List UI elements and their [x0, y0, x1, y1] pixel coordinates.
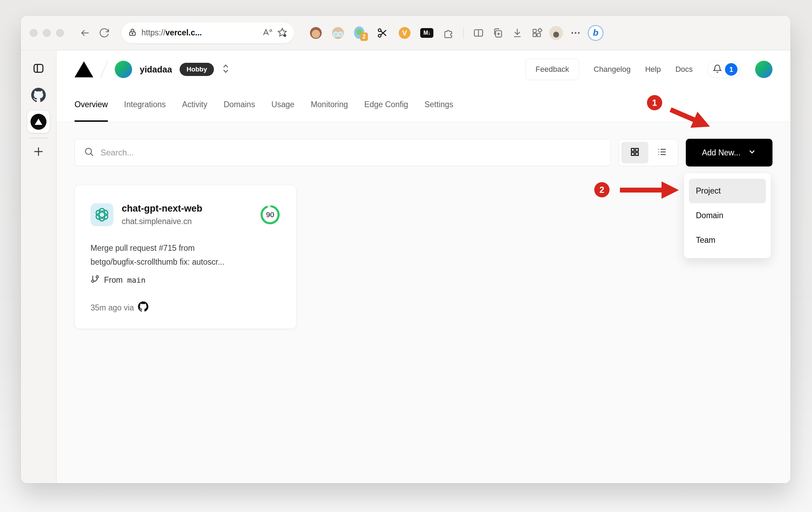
- vercel-content: Add New...: [57, 122, 791, 483]
- search-icon: [84, 147, 94, 159]
- collections-add-icon[interactable]: [491, 26, 505, 40]
- add-new-label: Add New...: [702, 148, 740, 157]
- branch-name: main: [127, 276, 146, 284]
- dropdown-item-domain[interactable]: Domain: [689, 203, 766, 228]
- project-card-header: chat-gpt-next-web chat.simplenaive.cn 90: [90, 203, 280, 226]
- list-view-button[interactable]: [648, 142, 675, 163]
- edge-sidebar: [21, 50, 57, 483]
- help-link[interactable]: Help: [645, 65, 661, 74]
- team-selector-chevrons-icon[interactable]: [222, 63, 230, 75]
- markdown-extension-icon[interactable]: M↓: [420, 26, 433, 40]
- reload-icon[interactable]: [97, 26, 112, 40]
- tab-monitoring[interactable]: Monitoring: [311, 88, 348, 122]
- deploy-time: 35m ago via: [90, 303, 134, 313]
- more-menu-icon[interactable]: [568, 26, 583, 40]
- project-domain[interactable]: chat.simplenaive.cn: [122, 217, 202, 226]
- docs-link[interactable]: Docs: [675, 65, 693, 74]
- sidebar-toggle-icon[interactable]: [32, 62, 45, 75]
- changelog-link[interactable]: Changelog: [594, 65, 630, 74]
- address-bar[interactable]: https://vercel.c...: [121, 23, 294, 43]
- grid-view-icon: [630, 147, 640, 159]
- extension-row: 2 V M↓: [309, 26, 456, 40]
- translate-extension-icon[interactable]: [331, 26, 345, 40]
- tab-settings[interactable]: Settings: [424, 88, 453, 122]
- chevron-down-icon: [748, 147, 757, 158]
- vercel-header: yidadaa Hobby Feedback Changelog Help Do…: [57, 50, 791, 88]
- git-branch-icon: [90, 274, 100, 285]
- view-toggle: [619, 139, 678, 166]
- profile-avatar[interactable]: [549, 26, 563, 40]
- reader-mode-icon[interactable]: [262, 27, 273, 39]
- breadcrumb-slash: [100, 61, 108, 78]
- tab-domains[interactable]: Domains: [224, 88, 255, 122]
- proxy-extension-icon[interactable]: 2: [354, 26, 367, 40]
- score-value: 90: [260, 204, 280, 225]
- feedback-button[interactable]: Feedback: [526, 59, 579, 80]
- branch-from-label: From: [104, 275, 123, 285]
- github-icon: [138, 301, 148, 314]
- scissors-extension-icon[interactable]: [376, 26, 389, 40]
- downloads-icon[interactable]: [510, 26, 525, 40]
- new-tab-plus-icon[interactable]: [32, 145, 45, 158]
- tab-edge-config[interactable]: Edge Config: [364, 88, 408, 122]
- bing-chat-icon[interactable]: b: [588, 25, 604, 41]
- toolbar-divider: [463, 27, 464, 39]
- add-new-button[interactable]: Add New...: [686, 139, 772, 167]
- project-card[interactable]: chat-gpt-next-web chat.simplenaive.cn 90: [75, 185, 296, 329]
- monkey-extension-icon[interactable]: [309, 26, 322, 40]
- grid-view-button[interactable]: [621, 142, 648, 163]
- github-tab-icon[interactable]: [31, 88, 46, 102]
- notification-count: 1: [725, 63, 737, 76]
- commit-message: Merge pull request #715 from betgo/bugfi…: [90, 241, 280, 269]
- screenshot-root: https://vercel.c... 2: [0, 0, 812, 512]
- search-input[interactable]: [101, 148, 602, 157]
- tab-activity[interactable]: Activity: [182, 88, 207, 122]
- vercel-page: yidadaa Hobby Feedback Changelog Help Do…: [57, 50, 791, 483]
- team-switcher[interactable]: yidadaa Hobby: [75, 60, 230, 79]
- branch-row: From main: [90, 274, 280, 285]
- close-button[interactable]: [30, 29, 37, 37]
- deploy-meta-row: 35m ago via: [90, 301, 280, 314]
- lock-icon: [128, 28, 137, 38]
- header-right: Feedback Changelog Help Docs 1: [526, 59, 772, 80]
- search-box[interactable]: [75, 139, 611, 166]
- vercel-logo: [75, 61, 93, 77]
- annotation-step-2: 2: [594, 182, 610, 197]
- tab-overview[interactable]: Overview: [75, 88, 108, 122]
- add-new-dropdown: Project Domain Team: [684, 173, 771, 258]
- project-titles: chat-gpt-next-web chat.simplenaive.cn: [122, 203, 202, 226]
- tab-usage[interactable]: Usage: [271, 88, 294, 122]
- sidebar-divider: [29, 138, 48, 138]
- list-view-icon: [657, 147, 667, 159]
- tab-integrations[interactable]: Integrations: [124, 88, 166, 122]
- apps-icon[interactable]: [529, 26, 544, 40]
- team-avatar: [115, 61, 132, 78]
- dropdown-item-project[interactable]: Project: [689, 179, 766, 203]
- vercel-tab-active[interactable]: [27, 111, 50, 133]
- zoom-button[interactable]: [56, 29, 64, 37]
- extensions-puzzle-icon[interactable]: [442, 26, 456, 40]
- bell-icon: [712, 64, 722, 75]
- vercel-tab-icon: [31, 114, 46, 130]
- openai-logo-icon: [90, 203, 113, 226]
- project-name: chat-gpt-next-web: [122, 203, 202, 214]
- content-toolbar: Add New...: [75, 139, 772, 167]
- split-screen-icon[interactable]: [471, 26, 486, 40]
- browser-toolbar: https://vercel.c... 2: [21, 16, 791, 50]
- annotation-step-1: 1: [647, 95, 662, 110]
- team-name: yidadaa: [140, 65, 172, 75]
- user-avatar[interactable]: [755, 61, 772, 78]
- window-body: yidadaa Hobby Feedback Changelog Help Do…: [21, 50, 791, 483]
- favorite-star-icon[interactable]: [277, 27, 287, 39]
- minimize-button[interactable]: [43, 29, 51, 37]
- back-icon[interactable]: [78, 26, 92, 40]
- notifications-button[interactable]: 1: [707, 61, 741, 78]
- traffic-lights: [30, 29, 64, 37]
- extension-badge: 2: [360, 33, 368, 41]
- dropdown-item-team[interactable]: Team: [689, 228, 766, 253]
- lighthouse-score: 90: [260, 204, 280, 225]
- browser-window: https://vercel.c... 2: [21, 16, 791, 483]
- url-text: https://vercel.c...: [141, 28, 257, 37]
- v-extension-icon[interactable]: V: [398, 26, 411, 40]
- plan-badge: Hobby: [180, 63, 214, 76]
